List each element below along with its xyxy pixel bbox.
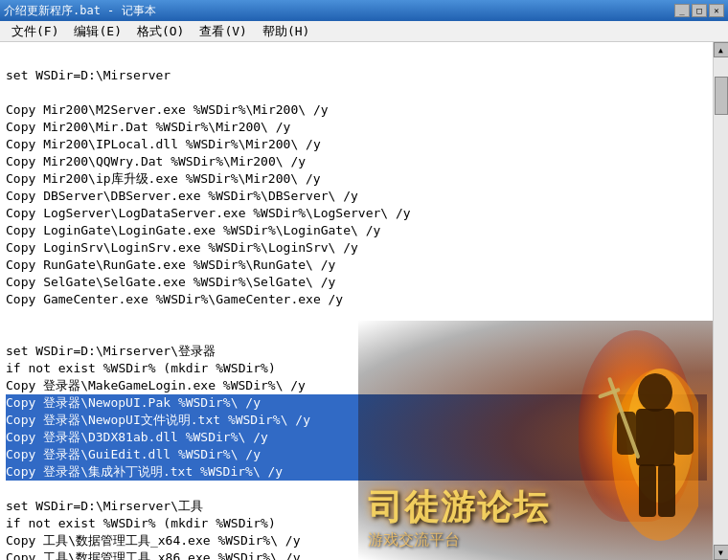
text-line: Copy RunGate\RunGate.exe %WSDir%\RunGate… (6, 257, 707, 274)
menu-bar: 文件(F) 编辑(E) 格式(O) 查看(V) 帮助(H) (0, 21, 728, 42)
maximize-button[interactable]: □ (692, 4, 707, 17)
text-line: Copy Mir200\Mir.Dat %WSDir%\Mir200\ /y (6, 119, 707, 136)
text-line: Copy 登录器\MakeGameLogin.exe %WSDir%\ /y (6, 377, 707, 394)
text-line: Copy LoginSrv\LoginSrv.exe %WSDir%\Login… (6, 239, 707, 257)
text-line (6, 84, 707, 101)
menu-help[interactable]: 帮助(H) (255, 21, 317, 42)
text-line: set WSDir=D:\Mirserver\登录器 (6, 343, 707, 360)
text-content[interactable]: set WSDir=D:\Mirserver Copy Mir200\M2Ser… (0, 42, 713, 560)
scroll-track[interactable] (714, 57, 728, 545)
close-button[interactable]: ✕ (709, 4, 724, 17)
text-line: set WSDir=D:\Mirserver (6, 67, 707, 84)
text-line: Copy GameCenter.exe %WSDir%\GameCenter.e… (6, 291, 707, 308)
menu-file[interactable]: 文件(F) (4, 21, 66, 42)
text-line: if not exist %WSDir% (mkdir %WSDir%) (6, 515, 707, 532)
editor-wrapper: set WSDir=D:\Mirserver Copy Mir200\M2Ser… (0, 42, 728, 560)
scroll-up-button[interactable]: ▲ (714, 42, 729, 57)
text-line: Copy LoginGate\LoginGate.exe %WSDir%\Log… (6, 222, 707, 239)
text-line: Copy 登录器\NewopUI文件说明.txt %WSDir%\ /y (6, 412, 707, 429)
text-line: if not exist %WSDir% (mkdir %WSDir%) (6, 360, 707, 377)
text-line: Copy 工具\数据管理工具_x86.exe %WSDir%\ /y (6, 549, 707, 560)
text-line: Copy Mir200\IPLocal.dll %WSDir%\Mir200\ … (6, 136, 707, 153)
editor-area[interactable]: set WSDir=D:\Mirserver Copy Mir200\M2Ser… (0, 42, 713, 560)
menu-edit[interactable]: 编辑(E) (66, 21, 128, 42)
text-line: Copy Mir200\ip库升级.exe %WSDir%\Mir200\ /y (6, 170, 707, 188)
text-line: Copy LogServer\LogDataServer.exe %WSDir%… (6, 205, 707, 222)
text-line (6, 325, 707, 343)
menu-view[interactable]: 查看(V) (192, 21, 254, 42)
text-line (6, 308, 707, 325)
text-line: Copy 登录器\D3DX81ab.dll %WSDir%\ /y (6, 429, 707, 446)
text-line: Copy Mir200\M2Server.exe %WSDir%\Mir200\… (6, 101, 707, 119)
window-controls[interactable]: _ □ ✕ (674, 4, 724, 17)
title-bar: 介绍更新程序.bat - 记事本 _ □ ✕ (0, 0, 728, 21)
vertical-scrollbar[interactable]: ▲ ▼ (713, 42, 728, 560)
text-line: Copy SelGate\SelGate.exe %WSDir%\SelGate… (6, 274, 707, 291)
scroll-down-button[interactable]: ▼ (714, 545, 729, 560)
text-line: Copy 登录器\集成补丁说明.txt %WSDir%\ /y (6, 463, 707, 481)
scroll-thumb[interactable] (715, 77, 728, 115)
text-line: set WSDir=D:\Mirserver\工具 (6, 498, 707, 515)
text-line: Copy DBServer\DBServer.exe %WSDir%\DBSer… (6, 188, 707, 205)
window-title: 介绍更新程序.bat - 记事本 (4, 3, 674, 19)
text-line: Copy Mir200\QQWry.Dat %WSDir%\Mir200\ /y (6, 153, 707, 170)
text-line: Copy 登录器\GuiEdit.dll %WSDir%\ /y (6, 446, 707, 463)
minimize-button[interactable]: _ (674, 4, 690, 17)
text-line (6, 481, 707, 498)
menu-format[interactable]: 格式(O) (129, 21, 192, 42)
text-line (6, 50, 707, 67)
text-line: Copy 工具\数据管理工具_x64.exe %WSDir%\ /y (6, 532, 707, 549)
text-line: Copy 登录器\NewopUI.Pak %WSDir%\ /y (6, 394, 707, 412)
